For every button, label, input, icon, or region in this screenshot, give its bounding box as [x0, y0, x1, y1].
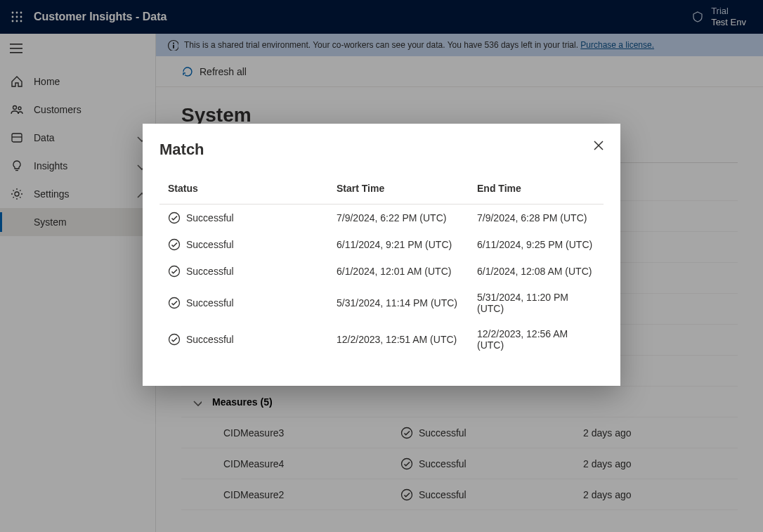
row-start-time: 12/2/2023, 12:51 AM (UTC) [337, 334, 477, 345]
row-status: Successful [168, 297, 337, 309]
row-end-time: 5/31/2024, 11:20 PM (UTC) [477, 292, 595, 314]
row-end-time: 7/9/2024, 6:28 PM (UTC) [477, 212, 595, 223]
check-circle-icon [168, 265, 181, 278]
row-end-time: 6/1/2024, 12:08 AM (UTC) [477, 266, 595, 277]
row-end-time: 6/11/2024, 9:25 PM (UTC) [477, 239, 595, 250]
col-start: Start Time [337, 183, 477, 194]
row-status: Successful [168, 212, 337, 224]
close-icon [592, 139, 605, 152]
row-start-time: 5/31/2024, 11:14 PM (UTC) [337, 297, 477, 309]
col-end: End Time [477, 183, 595, 194]
row-status: Successful [168, 333, 337, 346]
match-modal: Match Status Start Time End Time Success… [143, 124, 620, 386]
check-circle-icon [168, 333, 181, 346]
modal-overlay[interactable]: Match Status Start Time End Time Success… [0, 0, 763, 532]
check-circle-icon [168, 297, 181, 309]
col-status: Status [168, 183, 337, 194]
check-circle-icon [168, 238, 181, 251]
modal-close-button[interactable] [592, 139, 605, 152]
row-end-time: 12/2/2023, 12:56 AM (UTC) [477, 328, 595, 351]
row-start-time: 7/9/2024, 6:22 PM (UTC) [337, 212, 477, 223]
modal-row: Successful 12/2/2023, 12:51 AM (UTC) 12/… [159, 321, 604, 358]
modal-table-header: Status Start Time End Time [159, 183, 604, 205]
modal-row: Successful 7/9/2024, 6:22 PM (UTC) 7/9/2… [159, 205, 604, 231]
row-start-time: 6/11/2024, 9:21 PM (UTC) [337, 239, 477, 250]
modal-row: Successful 6/1/2024, 12:01 AM (UTC) 6/1/… [159, 258, 604, 285]
check-circle-icon [168, 212, 181, 224]
row-start-time: 6/1/2024, 12:01 AM (UTC) [337, 266, 477, 277]
modal-title: Match [159, 141, 604, 159]
row-status: Successful [168, 238, 337, 251]
row-status: Successful [168, 265, 337, 278]
modal-row: Successful 5/31/2024, 11:14 PM (UTC) 5/3… [159, 285, 604, 321]
modal-row: Successful 6/11/2024, 9:21 PM (UTC) 6/11… [159, 231, 604, 258]
